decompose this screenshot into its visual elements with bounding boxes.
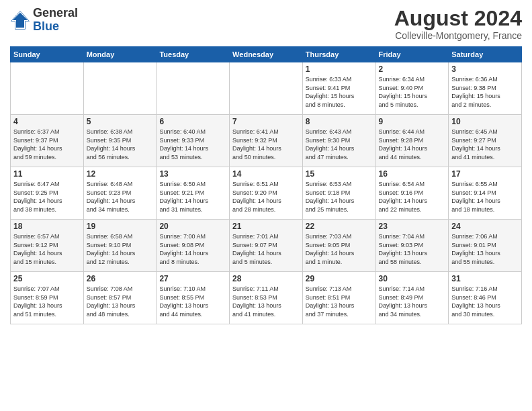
- table-cell: 5Sunrise: 6:38 AM Sunset: 9:35 PM Daylig…: [83, 115, 157, 167]
- day-info: Sunrise: 6:41 AM Sunset: 9:32 PM Dayligh…: [232, 128, 300, 161]
- table-cell: 1Sunrise: 6:33 AM Sunset: 9:41 PM Daylig…: [302, 62, 375, 115]
- table-cell: 24Sunrise: 7:06 AM Sunset: 9:01 PM Dayli…: [449, 220, 522, 272]
- logo-icon: [10, 10, 30, 30]
- day-info: Sunrise: 6:43 AM Sunset: 9:30 PM Dayligh…: [306, 128, 373, 161]
- day-info: Sunrise: 7:11 AM Sunset: 8:53 PM Dayligh…: [232, 285, 300, 318]
- table-cell: 4Sunrise: 6:37 AM Sunset: 9:37 PM Daylig…: [11, 115, 84, 167]
- day-info: Sunrise: 6:38 AM Sunset: 9:35 PM Dayligh…: [87, 128, 154, 161]
- day-number: 31: [451, 274, 519, 283]
- day-number: 10: [451, 117, 519, 126]
- header-saturday: Saturday: [449, 47, 522, 62]
- day-info: Sunrise: 7:13 AM Sunset: 8:51 PM Dayligh…: [306, 285, 373, 318]
- day-number: 2: [379, 64, 446, 74]
- day-info: Sunrise: 7:06 AM Sunset: 9:01 PM Dayligh…: [451, 232, 519, 266]
- week-row-1: 1Sunrise: 6:33 AM Sunset: 9:41 PM Daylig…: [11, 62, 522, 115]
- table-cell: 23Sunrise: 7:04 AM Sunset: 9:03 PM Dayli…: [375, 220, 449, 272]
- day-number: 20: [159, 222, 226, 231]
- table-cell: 3Sunrise: 6:36 AM Sunset: 9:38 PM Daylig…: [449, 62, 522, 115]
- day-number: 1: [306, 64, 373, 74]
- table-cell: 6Sunrise: 6:40 AM Sunset: 9:33 PM Daylig…: [157, 115, 230, 167]
- table-cell: 2Sunrise: 6:34 AM Sunset: 9:40 PM Daylig…: [375, 62, 449, 115]
- table-cell: 20Sunrise: 7:00 AM Sunset: 9:08 PM Dayli…: [157, 220, 230, 272]
- day-info: Sunrise: 6:45 AM Sunset: 9:27 PM Dayligh…: [451, 128, 519, 161]
- week-row-5: 25Sunrise: 7:07 AM Sunset: 8:59 PM Dayli…: [11, 272, 522, 324]
- table-cell: 28Sunrise: 7:11 AM Sunset: 8:53 PM Dayli…: [230, 272, 303, 324]
- day-number: 4: [13, 117, 81, 126]
- header-sunday: Sunday: [11, 47, 84, 62]
- header-thursday: Thursday: [302, 47, 375, 62]
- day-info: Sunrise: 6:57 AM Sunset: 9:12 PM Dayligh…: [13, 232, 81, 266]
- day-info: Sunrise: 7:04 AM Sunset: 9:03 PM Dayligh…: [379, 232, 446, 266]
- table-cell: [157, 62, 230, 115]
- table-cell: [83, 62, 157, 115]
- day-info: Sunrise: 6:40 AM Sunset: 9:33 PM Dayligh…: [159, 128, 226, 161]
- day-info: Sunrise: 7:16 AM Sunset: 8:46 PM Dayligh…: [451, 285, 519, 318]
- week-row-3: 11Sunrise: 6:47 AM Sunset: 9:25 PM Dayli…: [11, 167, 522, 220]
- day-info: Sunrise: 7:03 AM Sunset: 9:05 PM Dayligh…: [306, 232, 373, 266]
- table-cell: 16Sunrise: 6:54 AM Sunset: 9:16 PM Dayli…: [375, 167, 449, 220]
- month-title: August 2024: [394, 7, 522, 30]
- header-monday: Monday: [83, 47, 157, 62]
- table-cell: 8Sunrise: 6:43 AM Sunset: 9:30 PM Daylig…: [302, 115, 375, 167]
- table-cell: 13Sunrise: 6:50 AM Sunset: 9:21 PM Dayli…: [157, 167, 230, 220]
- table-cell: 29Sunrise: 7:13 AM Sunset: 8:51 PM Dayli…: [302, 272, 375, 324]
- table-cell: 18Sunrise: 6:57 AM Sunset: 9:12 PM Dayli…: [11, 220, 84, 272]
- day-number: 30: [379, 274, 446, 283]
- day-number: 23: [379, 222, 446, 231]
- logo: General Blue: [10, 7, 78, 34]
- table-cell: 7Sunrise: 6:41 AM Sunset: 9:32 PM Daylig…: [230, 115, 303, 167]
- location: Colleville-Montgomery, France: [394, 30, 522, 41]
- day-info: Sunrise: 6:36 AM Sunset: 9:38 PM Dayligh…: [451, 75, 519, 109]
- day-info: Sunrise: 7:07 AM Sunset: 8:59 PM Dayligh…: [13, 285, 81, 318]
- day-number: 14: [232, 169, 300, 179]
- day-number: 3: [451, 64, 519, 74]
- day-number: 13: [159, 169, 226, 179]
- day-number: 27: [159, 274, 226, 283]
- table-cell: 9Sunrise: 6:44 AM Sunset: 9:28 PM Daylig…: [375, 115, 449, 167]
- logo-text: General Blue: [33, 7, 78, 34]
- day-number: 28: [232, 274, 300, 283]
- day-number: 24: [451, 222, 519, 231]
- calendar: Sunday Monday Tuesday Wednesday Thursday…: [10, 46, 522, 324]
- header-tuesday: Tuesday: [157, 47, 230, 62]
- day-number: 26: [87, 274, 154, 283]
- table-cell: 30Sunrise: 7:14 AM Sunset: 8:49 PM Dayli…: [375, 272, 449, 324]
- day-info: Sunrise: 6:50 AM Sunset: 9:21 PM Dayligh…: [159, 180, 226, 214]
- header: General Blue August 2024 Colleville-Mont…: [10, 7, 522, 41]
- table-cell: 10Sunrise: 6:45 AM Sunset: 9:27 PM Dayli…: [449, 115, 522, 167]
- day-number: 22: [306, 222, 373, 231]
- day-info: Sunrise: 7:08 AM Sunset: 8:57 PM Dayligh…: [87, 285, 154, 318]
- page: General Blue August 2024 Colleville-Mont…: [0, 0, 532, 411]
- table-cell: 27Sunrise: 7:10 AM Sunset: 8:55 PM Dayli…: [157, 272, 230, 324]
- day-number: 7: [232, 117, 300, 126]
- day-number: 21: [232, 222, 300, 231]
- day-info: Sunrise: 6:48 AM Sunset: 9:23 PM Dayligh…: [87, 180, 154, 214]
- logo-blue: Blue: [33, 19, 59, 33]
- day-info: Sunrise: 6:54 AM Sunset: 9:16 PM Dayligh…: [379, 180, 446, 214]
- table-cell: 21Sunrise: 7:01 AM Sunset: 9:07 PM Dayli…: [230, 220, 303, 272]
- day-info: Sunrise: 6:58 AM Sunset: 9:10 PM Dayligh…: [87, 232, 154, 266]
- day-number: 29: [306, 274, 373, 283]
- header-friday: Friday: [375, 47, 449, 62]
- table-cell: 26Sunrise: 7:08 AM Sunset: 8:57 PM Dayli…: [83, 272, 157, 324]
- weekday-header-row: Sunday Monday Tuesday Wednesday Thursday…: [11, 47, 522, 62]
- day-info: Sunrise: 7:00 AM Sunset: 9:08 PM Dayligh…: [159, 232, 226, 266]
- week-row-4: 18Sunrise: 6:57 AM Sunset: 9:12 PM Dayli…: [11, 220, 522, 272]
- day-number: 12: [87, 169, 154, 179]
- day-info: Sunrise: 6:44 AM Sunset: 9:28 PM Dayligh…: [379, 128, 446, 161]
- day-info: Sunrise: 6:33 AM Sunset: 9:41 PM Dayligh…: [306, 75, 373, 109]
- day-info: Sunrise: 7:10 AM Sunset: 8:55 PM Dayligh…: [159, 285, 226, 318]
- day-number: 5: [87, 117, 154, 126]
- table-cell: 11Sunrise: 6:47 AM Sunset: 9:25 PM Dayli…: [11, 167, 84, 220]
- day-number: 18: [13, 222, 81, 231]
- table-cell: 31Sunrise: 7:16 AM Sunset: 8:46 PM Dayli…: [449, 272, 522, 324]
- header-wednesday: Wednesday: [230, 47, 303, 62]
- table-cell: 25Sunrise: 7:07 AM Sunset: 8:59 PM Dayli…: [11, 272, 84, 324]
- day-number: 11: [13, 169, 81, 179]
- day-number: 25: [13, 274, 81, 283]
- table-cell: 22Sunrise: 7:03 AM Sunset: 9:05 PM Dayli…: [302, 220, 375, 272]
- day-number: 15: [306, 169, 373, 179]
- day-number: 16: [379, 169, 446, 179]
- day-info: Sunrise: 6:34 AM Sunset: 9:40 PM Dayligh…: [379, 75, 446, 109]
- day-info: Sunrise: 6:37 AM Sunset: 9:37 PM Dayligh…: [13, 128, 81, 161]
